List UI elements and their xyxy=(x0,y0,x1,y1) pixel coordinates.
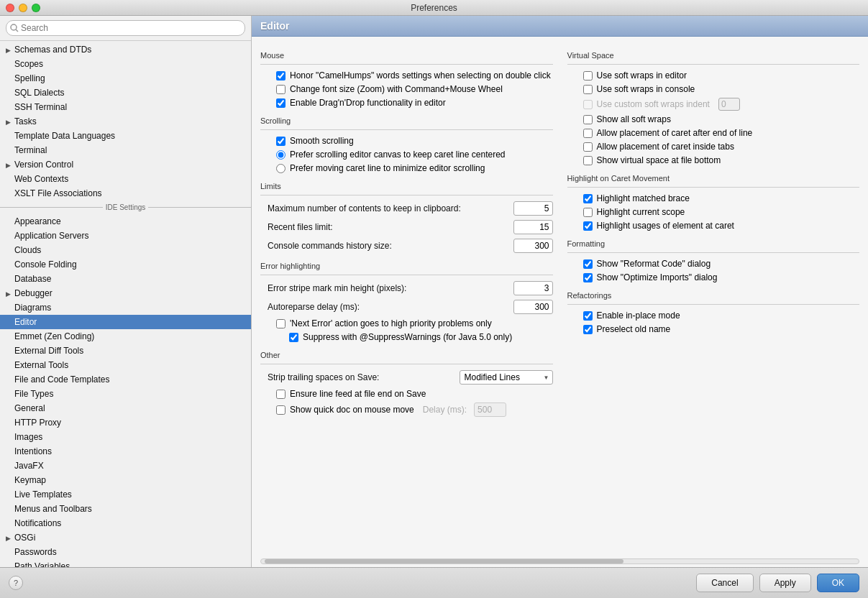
suppress-row: Suppress with @SuppressWarnings (for Jav… xyxy=(260,332,553,342)
stripe-height-input[interactable] xyxy=(513,281,553,295)
soft-wraps-row: Use soft wraps in editor xyxy=(567,70,860,80)
virtual-space-bottom-checkbox[interactable] xyxy=(583,156,593,165)
sidebar-item-label: SSH Terminal xyxy=(14,102,67,112)
sidebar-item-template-data-languages[interactable]: Template Data Languages xyxy=(0,129,251,143)
sidebar-item-database[interactable]: Database xyxy=(0,272,251,286)
sidebar-item-version-control[interactable]: ▶ Version Control xyxy=(0,157,251,172)
matched-brace-row: Highlight matched brace xyxy=(567,193,860,203)
sidebar-item-external-tools[interactable]: External Tools xyxy=(0,358,251,372)
autoreparse-input[interactable] xyxy=(513,300,553,314)
clipboard-input[interactable] xyxy=(513,201,553,216)
sidebar-item-clouds[interactable]: Clouds xyxy=(0,243,251,257)
enable-drag-label: Enable Drag'n'Drop functionality in edit… xyxy=(290,98,446,108)
sidebar-item-schemas-dtds[interactable]: ▶ Schemas and DTDs xyxy=(0,42,251,57)
sidebar-item-web-contexts[interactable]: Web Contexts xyxy=(0,172,251,186)
horizontal-scrollbar-area[interactable] xyxy=(252,558,868,567)
sidebar-item-path-variables[interactable]: Path Variables xyxy=(0,559,251,567)
minimize-button[interactable] xyxy=(19,4,27,12)
bottom-bar: ? Cancel Apply OK xyxy=(0,567,868,598)
sidebar-item-label: Tasks xyxy=(14,116,37,126)
allow-after-end-checkbox[interactable] xyxy=(583,129,593,138)
cancel-button[interactable]: Cancel xyxy=(696,574,753,592)
close-button[interactable] xyxy=(6,4,14,12)
sidebar-item-xslt-file-associations[interactable]: XSLT File Associations xyxy=(0,186,251,201)
sidebar-item-keymap[interactable]: Keymap xyxy=(0,473,251,487)
preselect-checkbox[interactable] xyxy=(583,325,593,334)
honor-camel-checkbox[interactable] xyxy=(276,71,285,80)
strip-trailing-select[interactable]: Modified Lines All None xyxy=(460,370,553,385)
sidebar-item-appearance[interactable]: Appearance xyxy=(0,214,251,229)
smooth-scroll-checkbox[interactable] xyxy=(276,137,285,146)
sidebar-item-intentions[interactable]: Intentions xyxy=(0,444,251,459)
sidebar-item-spelling[interactable]: Spelling xyxy=(0,71,251,86)
sidebar-item-label: Web Contexts xyxy=(14,174,68,184)
optimize-imports-checkbox[interactable] xyxy=(583,273,593,282)
sidebar-item-file-code-templates[interactable]: File and Code Templates xyxy=(0,372,251,387)
sidebar-item-debugger[interactable]: ▶ Debugger xyxy=(0,286,251,300)
sidebar-item-emmet[interactable]: Emmet (Zen Coding) xyxy=(0,329,251,344)
sidebar-item-scopes[interactable]: Scopes xyxy=(0,57,251,71)
sidebar-item-label: Live Templates xyxy=(14,489,72,500)
soft-wraps-checkbox[interactable] xyxy=(583,71,593,80)
enable-drag-checkbox[interactable] xyxy=(276,98,285,108)
delay-label: Delay (ms): xyxy=(423,405,467,415)
sidebar-item-javafx[interactable]: JavaFX xyxy=(0,459,251,473)
sidebar-item-label: XSLT File Associations xyxy=(14,188,102,198)
smooth-scroll-row: Smooth scrolling xyxy=(260,136,553,146)
sidebar-item-label: Database xyxy=(14,274,51,284)
change-font-checkbox[interactable] xyxy=(276,85,285,94)
ensure-line-feed-checkbox[interactable] xyxy=(276,390,285,399)
prefer-move-radio[interactable] xyxy=(276,164,285,173)
scrolling-section-label: Scrolling xyxy=(260,116,553,125)
custom-soft-wraps-label: Use custom soft wraps indent xyxy=(597,99,710,109)
change-font-label: Change font size (Zoom) with Command+Mou… xyxy=(290,84,503,94)
help-button[interactable]: ? xyxy=(9,576,23,590)
allow-after-end-label: Allow placement of caret after end of li… xyxy=(597,128,753,138)
sidebar-item-http-proxy[interactable]: HTTP Proxy xyxy=(0,415,251,430)
recent-files-input[interactable] xyxy=(513,220,553,234)
reformat-checkbox[interactable] xyxy=(583,259,593,269)
show-all-soft-wraps-checkbox[interactable] xyxy=(583,115,593,124)
sidebar-item-editor[interactable]: Editor xyxy=(0,315,251,329)
honor-camel-row: Honor "CamelHumps" words settings when s… xyxy=(260,70,553,80)
ok-button[interactable]: OK xyxy=(817,574,859,592)
search-input[interactable] xyxy=(6,20,245,36)
sidebar-item-notifications[interactable]: Notifications xyxy=(0,516,251,530)
sidebar-item-sql-dialects[interactable]: SQL Dialects xyxy=(0,86,251,100)
sidebar-item-live-templates[interactable]: Live Templates xyxy=(0,487,251,502)
inplace-checkbox[interactable] xyxy=(583,311,593,321)
soft-wraps-console-checkbox[interactable] xyxy=(583,85,593,94)
sidebar-item-label: External Diff Tools xyxy=(14,346,83,356)
sidebar-item-tasks[interactable]: ▶ Tasks xyxy=(0,114,251,129)
right-column: Virtual Space Use soft wraps in editor U… xyxy=(567,44,860,551)
sidebar-item-terminal[interactable]: Terminal xyxy=(0,143,251,157)
sidebar-item-file-types[interactable]: File Types xyxy=(0,387,251,401)
sidebar-item-console-folding[interactable]: Console Folding xyxy=(0,257,251,272)
arrow-icon: ▶ xyxy=(6,47,14,54)
other-section-label: Other xyxy=(260,351,553,359)
usages-checkbox[interactable] xyxy=(583,221,593,231)
prefer-scroll-radio[interactable] xyxy=(276,150,285,160)
suppress-checkbox[interactable] xyxy=(289,333,298,342)
console-history-input[interactable] xyxy=(513,239,553,253)
current-scope-checkbox[interactable] xyxy=(583,208,593,217)
sidebar-item-ssh-terminal[interactable]: SSH Terminal xyxy=(0,100,251,114)
sidebar-item-external-diff[interactable]: External Diff Tools xyxy=(0,344,251,358)
sidebar-item-label: Scopes xyxy=(14,59,43,69)
reformat-label: Show "Reformat Code" dialog xyxy=(597,259,711,269)
autoreparse-label: Autoreparse delay (ms): xyxy=(268,302,508,312)
sidebar-item-diagrams[interactable]: Diagrams xyxy=(0,300,251,315)
sidebar-item-general[interactable]: General xyxy=(0,401,251,415)
apply-button[interactable]: Apply xyxy=(759,574,811,592)
sidebar-item-images[interactable]: Images xyxy=(0,430,251,444)
honor-camel-label: Honor "CamelHumps" words settings when s… xyxy=(290,70,551,80)
allow-inside-tabs-checkbox[interactable] xyxy=(583,142,593,152)
sidebar-item-menus-toolbars[interactable]: Menus and Toolbars xyxy=(0,502,251,516)
sidebar-item-osgi[interactable]: ▶ OSGi xyxy=(0,530,251,545)
sidebar-item-application-servers[interactable]: Application Servers xyxy=(0,229,251,243)
quick-doc-checkbox[interactable] xyxy=(276,405,285,415)
next-error-checkbox[interactable] xyxy=(276,319,285,328)
matched-brace-checkbox[interactable] xyxy=(583,194,593,203)
sidebar-item-passwords[interactable]: Passwords xyxy=(0,545,251,559)
maximize-button[interactable] xyxy=(32,4,40,12)
